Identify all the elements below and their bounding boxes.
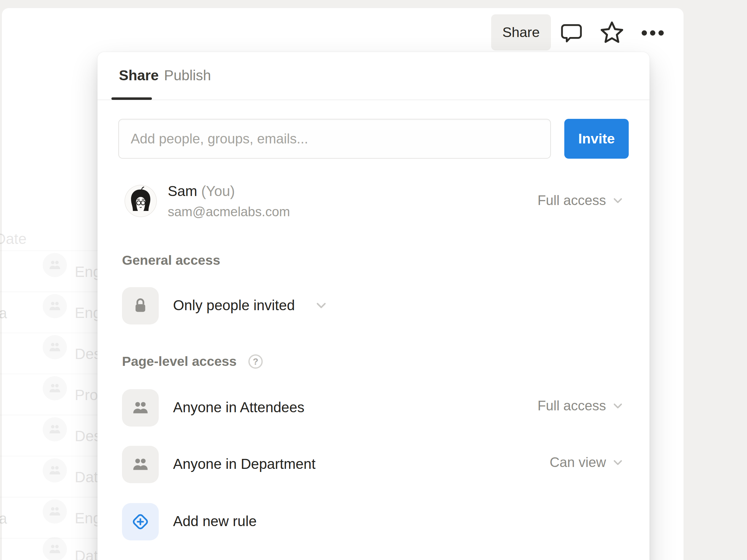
bg-people-group-icon xyxy=(43,376,67,400)
chevron-down-icon xyxy=(611,399,625,412)
people-group-icon xyxy=(122,446,159,483)
chevron-down-icon xyxy=(611,455,625,469)
topbar-share-label: Share xyxy=(503,24,540,41)
rule-access-value: Full access xyxy=(538,398,606,414)
chevron-down-icon[interactable] xyxy=(314,298,329,313)
rule-access-dropdown[interactable]: Can view xyxy=(550,455,625,470)
bg-people-group-icon xyxy=(43,253,67,277)
bg-row-label: Dat xyxy=(75,469,98,486)
bg-text-fragment: a xyxy=(0,304,7,322)
general-access-selector[interactable]: Only people invited xyxy=(173,297,295,314)
lock-icon xyxy=(122,287,159,324)
people-group-icon xyxy=(122,389,159,427)
bg-row-label: Dat xyxy=(75,547,98,560)
member-name: Sam xyxy=(168,183,197,199)
page-level-access-heading: Page-level access xyxy=(122,354,236,369)
dialog-tabs: Share Publish xyxy=(97,52,650,100)
bg-people-group-icon xyxy=(43,417,67,442)
add-rule-icon[interactable] xyxy=(122,503,159,540)
member-email: sam@acmelabs.com xyxy=(168,205,290,219)
bg-people-group-icon xyxy=(43,294,67,318)
member-you-suffix: (You) xyxy=(201,183,235,199)
tab-share[interactable]: Share xyxy=(119,67,159,84)
share-dialog: Share Publish Invite Sam (You) sam@acmel… xyxy=(97,52,650,560)
bg-column-header-date: Date xyxy=(0,230,26,247)
bg-people-group-icon xyxy=(43,458,67,483)
bg-text-fragment: a xyxy=(0,510,7,527)
invite-button[interactable]: Invite xyxy=(564,119,629,159)
rule-label: Anyone in Attendees xyxy=(173,399,304,416)
add-new-rule-button[interactable]: Add new rule xyxy=(173,513,257,530)
rule-label: Anyone in Department xyxy=(173,455,316,472)
more-options-icon[interactable] xyxy=(641,27,665,39)
rule-access-value: Can view xyxy=(550,455,606,470)
comment-icon[interactable] xyxy=(560,21,583,45)
general-access-heading: General access xyxy=(122,252,221,268)
star-icon[interactable] xyxy=(598,19,626,47)
active-tab-underline xyxy=(111,97,152,100)
bg-people-group-icon xyxy=(43,537,67,560)
chevron-down-icon xyxy=(611,193,625,207)
avatar xyxy=(125,185,156,216)
bg-people-group-icon xyxy=(43,335,67,359)
tab-publish[interactable]: Publish xyxy=(164,67,211,84)
invite-button-label: Invite xyxy=(578,131,615,147)
bg-people-group-icon xyxy=(43,499,67,524)
member-name-line: Sam (You) xyxy=(168,183,235,199)
member-access-value: Full access xyxy=(538,193,606,208)
help-icon[interactable]: ? xyxy=(248,354,263,369)
bg-row-label: Pro xyxy=(75,386,98,403)
rule-access-dropdown[interactable]: Full access xyxy=(538,398,625,414)
member-access-dropdown[interactable]: Full access xyxy=(538,193,625,208)
topbar-share-button[interactable]: Share xyxy=(491,14,551,50)
add-people-input[interactable] xyxy=(118,119,551,159)
